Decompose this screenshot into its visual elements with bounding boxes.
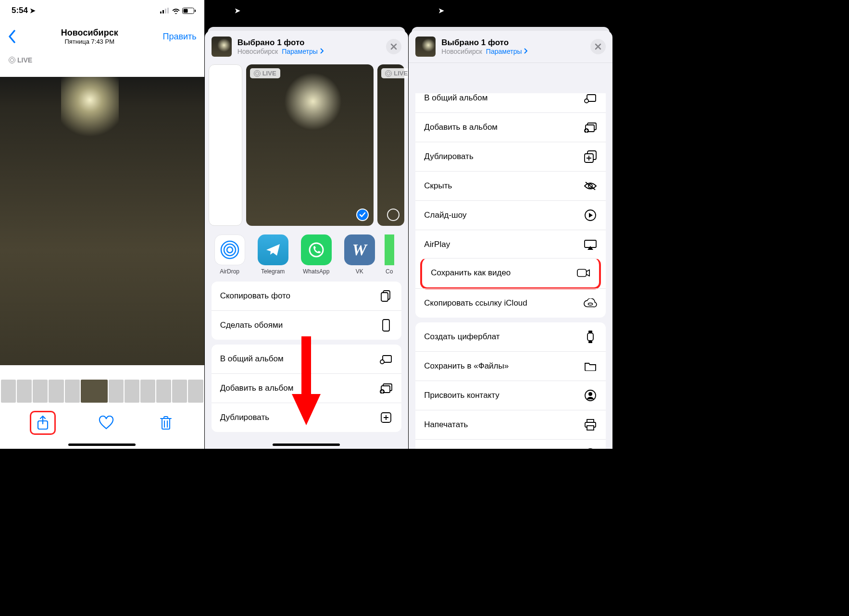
share-app-telegram[interactable]: Telegram (255, 234, 291, 275)
scroll-down-arrow-annotation (287, 336, 325, 428)
action-save-to-files[interactable]: Сохранить в «Файлы» (415, 351, 606, 381)
svg-point-51 (588, 392, 592, 396)
eye-off-icon (584, 179, 597, 193)
svg-rect-52 (587, 419, 594, 422)
screen-share-sheet-top: 5:55➤ Выбрано 1 фото Новосибирск Парамет… (204, 0, 409, 449)
share-sheet: Выбрано 1 фото Новосибирск Параметры В о… (409, 31, 612, 449)
action-label: В общий альбом (424, 93, 487, 103)
action-group: В общий альбом Добавить в альбом Дублиро… (415, 93, 606, 318)
svg-point-15 (227, 247, 233, 253)
share-photo-item[interactable] (209, 64, 242, 226)
svg-rect-2 (165, 9, 166, 13)
action-label: Напечатать (424, 420, 468, 430)
share-button[interactable] (34, 414, 51, 431)
share-app-airdrop[interactable]: AirDrop (212, 234, 248, 275)
watch-icon (584, 330, 597, 344)
video-icon (577, 266, 590, 280)
svg-rect-45 (577, 270, 587, 277)
action-duplicate[interactable]: Дублировать (415, 142, 606, 171)
action-assign-to-contact[interactable]: Присвоить контакту (415, 381, 606, 410)
action-label: Скопировать фото (220, 291, 290, 301)
live-photo-badge: LIVE (250, 68, 280, 78)
share-app-vk[interactable]: W VK (341, 234, 378, 275)
action-copy-photo[interactable]: Скопировать фото (212, 282, 402, 310)
telegram-icon (263, 240, 283, 259)
share-actions-list[interactable]: В общий альбом Добавить в альбом Дублиро… (409, 93, 612, 449)
action-label: Присвоить контакту (424, 391, 499, 400)
svg-point-23 (380, 360, 384, 364)
action-label: Скрыть (424, 181, 452, 191)
action-label: Слайд-шоу (424, 210, 466, 220)
share-app-more[interactable]: Co (385, 234, 394, 275)
whatsapp-icon (307, 240, 326, 259)
svg-point-18 (310, 243, 323, 257)
share-thumbnail (415, 37, 436, 57)
add-album-icon (379, 382, 393, 395)
action-set-wallpaper[interactable]: Сделать обоями (212, 310, 402, 340)
delete-button[interactable] (157, 414, 175, 431)
share-title: Выбрано 1 фото (237, 38, 381, 48)
a-circle-icon: A (584, 447, 597, 449)
location-services-icon: ➤ (235, 7, 240, 14)
action-label: Добавить в альбом (220, 383, 294, 393)
nav-subtitle: Пятница 7:43 PM (61, 38, 118, 45)
screen-share-sheet-scrolled: 5:55➤ Выбрано 1 фото Новосибирск Парамет… (408, 0, 612, 449)
action-add-to-album[interactable]: Добавить в альбом (415, 112, 606, 142)
home-indicator[interactable] (273, 444, 340, 446)
svg-rect-20 (381, 293, 388, 301)
action-create-watchface[interactable]: Создать циферблат (415, 322, 606, 351)
location-services-icon: ➤ (30, 7, 36, 14)
home-indicator[interactable] (68, 444, 136, 446)
share-photo-item[interactable]: LIVE (377, 64, 404, 226)
share-app-whatsapp[interactable]: WhatsApp (298, 234, 335, 275)
svg-rect-54 (587, 426, 594, 430)
share-photo-carousel[interactable]: LIVE LIVE (205, 62, 409, 231)
share-options-button[interactable]: Параметры (282, 48, 324, 55)
selected-check-icon (356, 209, 369, 221)
svg-rect-6 (183, 9, 187, 12)
share-app-label: WhatsApp (303, 268, 329, 275)
folder-icon (584, 359, 597, 373)
unselected-circle-icon (387, 209, 400, 221)
action-print[interactable]: Напечатать (415, 410, 606, 439)
share-options-button[interactable]: Параметры (486, 48, 528, 55)
svg-rect-1 (162, 10, 164, 13)
print-icon (584, 418, 597, 431)
photo-scrubber[interactable] (0, 378, 204, 405)
back-button[interactable] (8, 30, 16, 43)
share-title: Выбрано 1 фото (441, 38, 585, 48)
live-photo-badge: LIVE (5, 55, 36, 65)
share-apps-row[interactable]: AirDrop Telegram WhatsApp W VK Co (205, 231, 409, 277)
action-slideshow[interactable]: Слайд-шоу (415, 200, 606, 230)
close-button[interactable] (386, 39, 401, 54)
edit-button[interactable]: Править (162, 32, 196, 42)
location-services-icon: ➤ (438, 7, 444, 14)
photo-viewer[interactable] (0, 77, 204, 365)
svg-point-36 (585, 99, 588, 103)
play-circle-icon (584, 209, 597, 222)
action-label: Создать циферблат (424, 332, 499, 342)
nav-title: Новосибирск (61, 28, 118, 38)
action-airplay[interactable]: AirPlay (415, 230, 606, 259)
svg-rect-0 (160, 12, 162, 13)
svg-point-46 (588, 303, 592, 306)
action-annotable[interactable]: Annotable A (415, 439, 606, 449)
action-label: Добавить в альбом (424, 123, 498, 132)
status-time: 5:54 (12, 6, 28, 15)
action-hide[interactable]: Скрыть (415, 171, 606, 200)
share-thumbnail (212, 37, 232, 57)
share-photo-item-selected[interactable]: LIVE (246, 64, 374, 226)
highlight-share-annotation (30, 411, 56, 435)
close-button[interactable] (590, 39, 606, 54)
status-indicators (160, 8, 196, 14)
contact-icon (584, 389, 597, 402)
action-save-as-video[interactable]: Сохранить как видео (420, 258, 601, 289)
share-app-label: Co (386, 268, 393, 275)
action-label: Дублировать (424, 152, 473, 161)
favorite-button[interactable] (98, 414, 115, 431)
action-shared-album[interactable]: В общий альбом (415, 93, 606, 112)
action-copy-icloud-link[interactable]: Скопировать ссылку iCloud (415, 288, 606, 318)
screen-photo-detail: 5:54➤ Новосибирск Пятница 7:43 PM Правит… (0, 0, 204, 449)
battery-icon (182, 8, 196, 14)
action-label: Скопировать ссылку iCloud (424, 298, 527, 308)
